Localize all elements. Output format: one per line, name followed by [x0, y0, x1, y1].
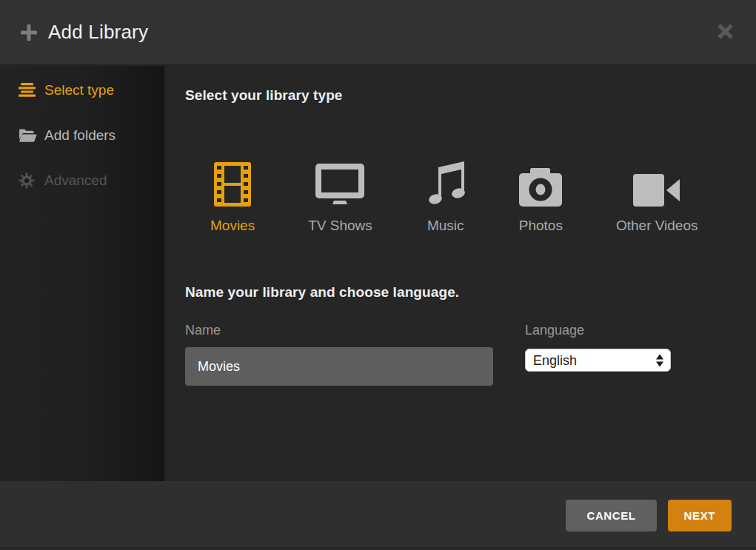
select-type-heading: Select your library type: [185, 87, 343, 104]
library-type-photos[interactable]: Photos: [519, 158, 563, 234]
camera-icon: [519, 158, 562, 207]
next-button[interactable]: NEXT: [668, 500, 732, 531]
video-camera-icon: [633, 158, 680, 207]
sidebar-item-add-folders[interactable]: Add folders: [0, 113, 164, 158]
library-type-music[interactable]: Music: [426, 158, 466, 234]
add-library-dialog: Add Library Select type: [0, 0, 756, 550]
library-type-label: Movies: [210, 218, 255, 234]
language-select[interactable]: English: [526, 349, 670, 371]
tv-icon: [315, 158, 364, 207]
library-type-label: TV Shows: [308, 218, 372, 234]
sidebar-item-label: Select type: [44, 82, 114, 98]
name-label: Name: [185, 323, 221, 338]
sidebar-item-advanced[interactable]: Advanced: [0, 158, 164, 203]
close-button[interactable]: [713, 19, 737, 43]
film-strip-icon: [214, 158, 251, 207]
library-type-other-videos[interactable]: Other Videos: [616, 158, 698, 234]
music-note-icon: [426, 158, 466, 207]
sidebar-item-label: Add folders: [44, 127, 116, 144]
close-icon: [717, 24, 733, 39]
name-language-heading: Name your library and choose language.: [185, 284, 459, 301]
name-input[interactable]: [185, 347, 493, 386]
gear-icon: [19, 172, 38, 189]
library-type-row: Movies TV Shows: [210, 158, 698, 234]
language-label: Language: [525, 323, 584, 338]
dialog-title: Add Library: [48, 21, 148, 44]
wizard-steps-sidebar: Select type Add folders: [0, 66, 164, 481]
list-lines-icon: [19, 83, 38, 97]
plus-icon: [21, 24, 37, 41]
library-type-label: Other Videos: [616, 218, 698, 234]
library-type-label: Music: [427, 218, 464, 234]
dialog-header: Add Library: [0, 0, 756, 65]
dialog-body: Select your library type Movies: [164, 66, 756, 481]
dialog-footer: CANCEL NEXT: [0, 481, 756, 550]
open-folder-icon: [19, 128, 38, 143]
sidebar-item-label: Advanced: [44, 172, 107, 189]
cancel-button[interactable]: CANCEL: [566, 500, 656, 531]
library-type-tv-shows[interactable]: TV Shows: [308, 158, 372, 234]
sidebar-item-select-type[interactable]: Select type: [0, 67, 164, 113]
library-type-movies[interactable]: Movies: [210, 158, 255, 234]
library-type-label: Photos: [519, 218, 563, 234]
language-select-wrap: English: [525, 349, 671, 372]
